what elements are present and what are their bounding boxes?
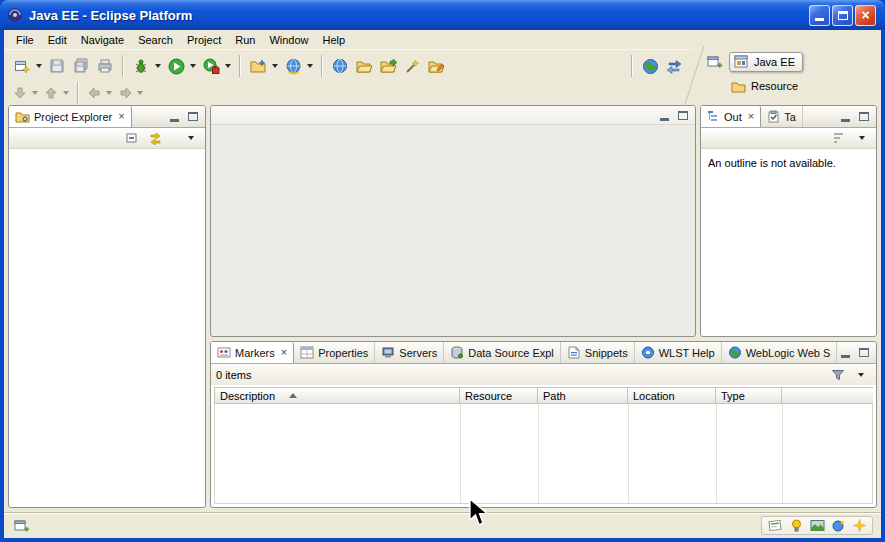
close-icon: × (861, 8, 869, 22)
chevron-down-icon (272, 64, 278, 68)
column-path[interactable]: Path (538, 387, 628, 404)
open-perspective-button[interactable] (705, 52, 725, 72)
column-resource[interactable]: Resource (460, 387, 538, 404)
print-icon (97, 58, 113, 74)
collapse-all-button[interactable] (122, 128, 142, 148)
tab-properties[interactable]: Properties (294, 342, 375, 363)
minimize-editor-button[interactable] (656, 108, 672, 123)
prev-annotation-button[interactable] (41, 83, 61, 103)
sort-button[interactable] (829, 128, 849, 148)
tab-weblogic-web-services[interactable]: WebLogic Web S (722, 342, 838, 363)
world-button[interactable] (638, 54, 662, 78)
next-annotation-button[interactable] (10, 83, 30, 103)
export-folder-button[interactable] (376, 54, 400, 78)
internal-browser-button[interactable] (328, 54, 352, 78)
tab-snippets[interactable]: Snippets (561, 342, 635, 363)
maximize-editor-button[interactable] (675, 108, 691, 123)
external-tools-dropdown[interactable] (223, 55, 233, 77)
picture-icon[interactable] (810, 519, 825, 532)
body-column (629, 404, 717, 503)
web-browser-button[interactable] (281, 54, 305, 78)
tab-label: Properties (318, 347, 368, 359)
new-web-project-dropdown[interactable] (270, 55, 280, 77)
outline-icon (707, 110, 720, 123)
run-dropdown[interactable] (188, 55, 198, 77)
body-column (461, 404, 539, 503)
maximize-view-button[interactable] (856, 109, 872, 124)
forward-dropdown[interactable] (135, 82, 145, 104)
debug-dropdown[interactable] (153, 55, 163, 77)
toolbar-separator (631, 55, 633, 77)
view-menu-button[interactable] (851, 365, 871, 385)
tab-servers[interactable]: Servers (375, 342, 444, 363)
external-tools-button[interactable] (199, 54, 223, 78)
menu-window[interactable]: Window (262, 32, 315, 48)
close-tab-icon[interactable]: × (279, 347, 287, 358)
forward-button[interactable] (115, 83, 135, 103)
titlebar[interactable]: Java EE - Eclipse Platform × (0, 0, 885, 30)
column-type[interactable]: Type (716, 387, 782, 404)
column-description[interactable]: Description (214, 387, 460, 404)
sparkle-icon[interactable] (853, 519, 866, 532)
prev-annotation-dropdown[interactable] (61, 82, 71, 104)
new-web-project-button[interactable] (246, 54, 270, 78)
back-dropdown[interactable] (104, 82, 114, 104)
column-location[interactable]: Location (628, 387, 716, 404)
tab-tasks[interactable]: Ta (761, 106, 803, 127)
next-annotation-dropdown[interactable] (30, 82, 40, 104)
menu-file[interactable]: File (9, 32, 41, 48)
link-with-editor-button[interactable] (145, 128, 165, 148)
left-arrow-icon (87, 86, 102, 100)
debug-button[interactable] (129, 54, 153, 78)
maximize-button[interactable] (832, 5, 853, 26)
tab-outline[interactable]: Out × (701, 106, 761, 127)
perspective-resource[interactable]: Resource (726, 76, 806, 96)
tab-data-source-explorer[interactable]: Data Source Expl (444, 342, 561, 363)
new-wizard-dropdown[interactable] (34, 55, 44, 77)
close-tab-icon[interactable]: × (116, 111, 124, 122)
save-all-button[interactable] (69, 54, 93, 78)
open-folder-button[interactable] (352, 54, 376, 78)
tab-markers[interactable]: Markers × (211, 342, 294, 363)
debug-icon (133, 58, 149, 74)
tab-project-explorer[interactable]: Project Explorer × (9, 106, 132, 127)
new-wizard-button[interactable] (10, 54, 34, 78)
run-button[interactable] (164, 54, 188, 78)
globe-sparkle-icon[interactable] (832, 519, 846, 532)
edit-folder-icon (428, 58, 445, 74)
note-card-icon[interactable] (768, 519, 783, 532)
new-wizard-icon (14, 58, 31, 75)
fast-view-button[interactable] (12, 516, 32, 536)
menu-help[interactable]: Help (316, 32, 353, 48)
print-button[interactable] (93, 54, 117, 78)
servers-icon (381, 346, 395, 359)
minimize-view-button[interactable] (837, 109, 853, 124)
back-button[interactable] (84, 83, 104, 103)
web-browser-dropdown[interactable] (305, 55, 315, 77)
perspective-java-ee[interactable]: Java EE (729, 52, 803, 72)
edit-folder-button[interactable] (424, 54, 448, 78)
minimize-button[interactable] (809, 5, 830, 26)
close-button[interactable]: × (855, 5, 876, 26)
magic-wand-button[interactable] (400, 54, 424, 78)
menu-search[interactable]: Search (131, 32, 180, 48)
view-menu-button[interactable] (852, 128, 872, 148)
tab-wlst-help[interactable]: WLST Help (635, 342, 722, 363)
menu-edit[interactable]: Edit (41, 32, 74, 48)
view-menu-button[interactable] (181, 128, 201, 148)
minimize-view-button[interactable] (837, 345, 853, 360)
menu-navigate[interactable]: Navigate (74, 32, 131, 48)
convert-button[interactable] (662, 54, 686, 78)
minimize-view-button[interactable] (166, 109, 182, 124)
maximize-view-button[interactable] (856, 345, 872, 360)
maximize-view-button[interactable] (185, 109, 201, 124)
menu-project[interactable]: Project (180, 32, 228, 48)
menu-run[interactable]: Run (228, 32, 262, 48)
close-tab-icon[interactable]: × (746, 111, 754, 122)
minimize-view-icon (170, 119, 179, 122)
save-button[interactable] (45, 54, 69, 78)
filter-button[interactable] (828, 365, 848, 385)
debug-combo (129, 54, 163, 78)
column-label: Resource (465, 390, 512, 402)
lightbulb-icon[interactable] (790, 519, 803, 532)
